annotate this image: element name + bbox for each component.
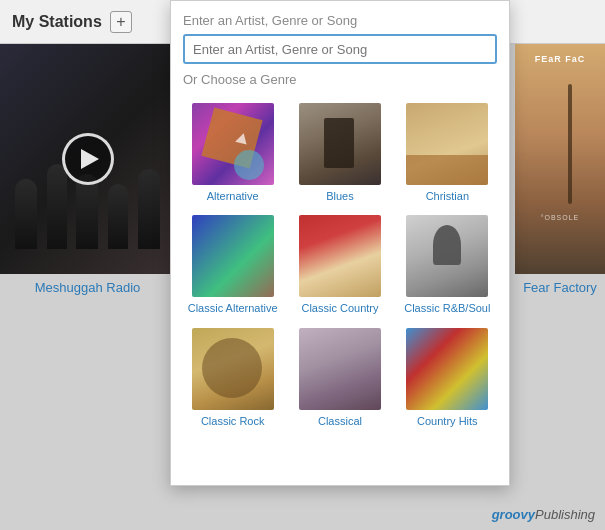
- band-member-3: [76, 174, 98, 249]
- dropdown-header: Enter an Artist, Genre or Song Or Choose…: [171, 1, 509, 95]
- ff-album-text-top: FEaR FaC: [535, 54, 586, 64]
- add-station-button[interactable]: +: [110, 11, 132, 33]
- genre-thumb-classic-rock: [192, 328, 274, 410]
- genre-item-christian[interactable]: Christian: [398, 103, 497, 203]
- genre-item-classic-rock[interactable]: Classic Rock: [183, 328, 282, 428]
- genre-thumb-classical: [299, 328, 381, 410]
- genre-item-country-hits[interactable]: Country Hits: [398, 328, 497, 428]
- ff-decoration: [568, 84, 572, 204]
- genre-section-label: Or Choose a Genre: [183, 72, 497, 87]
- genre-thumb-classic-alternative: [192, 215, 274, 297]
- genre-thumb-classic-rnb: [406, 215, 488, 297]
- genre-thumb-blues: [299, 103, 381, 185]
- genre-name-blues: Blues: [326, 189, 354, 203]
- genre-name-christian: Christian: [426, 189, 469, 203]
- genre-thumb-classic-country: [299, 215, 381, 297]
- meshuggah-album-art: [0, 44, 175, 274]
- genre-thumb-alternative: [192, 103, 274, 185]
- genre-name-classic-rnb: Classic R&B/Soul: [404, 301, 490, 315]
- genre-name-classical: Classical: [318, 414, 362, 428]
- watermark-prefix: groovy: [492, 507, 535, 522]
- cursor-icon: [235, 133, 251, 149]
- genre-name-country-hits: Country Hits: [417, 414, 478, 428]
- genre-item-classic-country[interactable]: Classic Country: [290, 215, 389, 315]
- genre-item-alternative[interactable]: Alternative: [183, 103, 282, 203]
- station-card-fearfactory: FEaR FaC °OBSOLE Fear Factory: [515, 44, 605, 295]
- band-member-2: [47, 164, 67, 249]
- fearfactory-station-label: Fear Factory: [515, 280, 605, 295]
- band-member-1: [15, 179, 37, 249]
- play-button[interactable]: [62, 133, 114, 185]
- fearfactory-album-art: FEaR FaC °OBSOLE: [515, 44, 605, 274]
- meshuggah-station-label: Meshuggah Radio: [0, 280, 175, 295]
- genre-name-classic-country: Classic Country: [301, 301, 378, 315]
- page-title: My Stations: [12, 13, 102, 31]
- genre-item-classic-rnb[interactable]: Classic R&B/Soul: [398, 215, 497, 315]
- watermark: groovyPublishing: [492, 507, 595, 522]
- genre-item-classic-alternative[interactable]: Classic Alternative: [183, 215, 282, 315]
- genre-name-classic-alternative: Classic Alternative: [188, 301, 278, 315]
- genre-item-blues[interactable]: Blues: [290, 103, 389, 203]
- band-member-4: [108, 184, 128, 249]
- genre-dropdown: Enter an Artist, Genre or Song Or Choose…: [170, 0, 510, 486]
- genre-item-classical[interactable]: Classical: [290, 328, 389, 428]
- search-input[interactable]: [183, 34, 497, 64]
- watermark-suffix: Publishing: [535, 507, 595, 522]
- genre-grid: Alternative Blues Christian Classic Alte…: [183, 103, 497, 428]
- station-card-meshuggah: Meshuggah Radio: [0, 44, 175, 295]
- genre-thumb-country-hits: [406, 328, 488, 410]
- play-icon: [81, 149, 99, 169]
- genre-name-classic-rock: Classic Rock: [201, 414, 265, 428]
- ff-album-text-bottom: °OBSOLE: [541, 214, 580, 221]
- band-member-5: [138, 169, 160, 249]
- genre-thumb-christian: [406, 103, 488, 185]
- genre-name-alternative: Alternative: [207, 189, 259, 203]
- search-label: Enter an Artist, Genre or Song: [183, 13, 497, 28]
- genre-grid-container[interactable]: Alternative Blues Christian Classic Alte…: [171, 95, 509, 485]
